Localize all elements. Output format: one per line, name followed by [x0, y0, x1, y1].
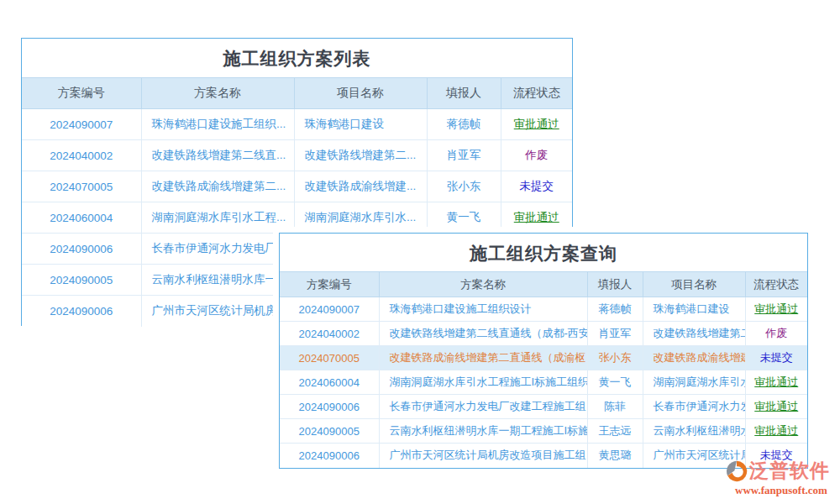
cell-no: 2024090007 [22, 109, 141, 140]
cell-person: 肖亚军 [587, 322, 643, 346]
cell-status: 未提交 [501, 171, 572, 202]
cell-name: 改建铁路成渝线增建第二... [141, 171, 294, 202]
status-void: 作废 [765, 327, 787, 339]
cell-status: 审批通过 [745, 419, 807, 444]
cell-name: 湖南洞庭湖水库引水工程施工I标施工组织 [379, 370, 587, 395]
cell-person: 张小东 [427, 171, 501, 202]
table-row[interactable]: 2024070005改建铁路成渝线增建第二...改建铁路成渝线增建...张小东未… [22, 171, 572, 202]
cell-project: 珠海鹤港口建设 [643, 297, 745, 322]
cell-status: 作废 [501, 140, 572, 171]
status-approved[interactable]: 审批通过 [754, 302, 798, 315]
cell-no: 2024070005 [280, 346, 379, 370]
cell-status: 未提交 [745, 346, 807, 370]
status-approved[interactable]: 审批通过 [514, 118, 559, 130]
cell-name: 珠海鹤港口建设施工组织设计 [379, 297, 587, 322]
table-row[interactable]: 2024040002改建铁路线增建第二线直通线（成都-西安肖亚军改建铁路线增建第… [280, 322, 807, 346]
column-header: 方案名称 [141, 78, 294, 109]
cell-project: 改建铁路线增建第二... [294, 140, 427, 171]
cell-name: 广州市天河区统计局机房... [141, 296, 294, 327]
cell-person: 蒋德帧 [587, 297, 643, 322]
column-header: 流程状态 [501, 78, 572, 109]
cell-person: 张小东 [587, 346, 643, 370]
cell-status: 作废 [745, 322, 807, 346]
vendor-website-url[interactable]: www.fanpusoft.com [726, 484, 837, 497]
cell-no: 2024090006 [22, 296, 141, 327]
cell-name: 改建铁路线增建第二线直通线（成都-西安 [379, 322, 587, 346]
cell-person: 陈菲 [587, 395, 643, 419]
status-unsubmitted: 未提交 [520, 180, 554, 192]
column-header: 方案编号 [22, 78, 141, 109]
cell-status: 审批通过 [745, 297, 807, 322]
column-header: 填报人 [587, 272, 643, 297]
plan-query-panel: 施工组织方案查询 方案编号方案名称填报人项目名称流程状态 2024090007珠… [279, 233, 808, 469]
column-header: 方案名称 [379, 272, 587, 297]
cell-status: 审批通过 [745, 370, 807, 395]
cell-no: 2024090006 [280, 444, 379, 468]
cell-project: 湖南洞庭湖水库引水 [643, 370, 745, 395]
table-row[interactable]: 2024060004湖南洞庭湖水库引水工程...湖南洞庭湖水库引水...黄一飞审… [22, 202, 572, 234]
vendor-branding: 泛普软件 www.fanpusoft.com [726, 458, 837, 497]
cell-name: 云南水利枢纽潜明水库一期工程施工I标施 [379, 419, 587, 444]
fanpu-logo-icon [726, 460, 748, 482]
cell-project: 长春市伊通河水力发 [643, 395, 745, 419]
cell-name: 广州市天河区统计局机房改造项目施工组 [379, 444, 587, 468]
cell-no: 2024090006 [22, 234, 141, 265]
cell-name: 长春市伊通河水力发电厂改建工程施工组 [379, 395, 587, 419]
cell-project: 珠海鹤港口建设 [294, 109, 427, 140]
column-header: 项目名称 [294, 78, 427, 109]
cell-name: 长春市伊通河水力发电厂... [141, 234, 294, 265]
status-unsubmitted: 未提交 [760, 351, 793, 364]
status-approved[interactable]: 审批通过 [754, 424, 798, 437]
column-header: 流程状态 [745, 272, 807, 297]
cell-name: 云南水利枢纽潜明水库一... [141, 265, 294, 296]
table-row[interactable]: 2024090005云南水利枢纽潜明水库一期工程施工I标施王志远云南水利枢纽潜明… [280, 419, 807, 444]
column-header: 填报人 [427, 78, 501, 109]
cell-name: 珠海鹤港口建设施工组织... [141, 109, 294, 140]
cell-no: 2024090005 [22, 265, 141, 296]
plan-list-title: 施工组织方案列表 [22, 39, 572, 77]
cell-person: 黄一飞 [587, 370, 643, 395]
cell-person: 黄思璐 [587, 444, 643, 468]
cell-no: 2024060004 [22, 202, 141, 234]
status-void: 作废 [525, 149, 548, 161]
cell-person: 王志远 [587, 419, 643, 444]
status-approved[interactable]: 审批通过 [754, 400, 798, 412]
status-approved[interactable]: 审批通过 [514, 211, 559, 223]
cell-name: 改建铁路成渝线增建第二直通线（成渝枢 [379, 346, 587, 370]
plan-query-header: 方案编号方案名称填报人项目名称流程状态 [280, 272, 807, 297]
plan-query-title: 施工组织方案查询 [280, 234, 807, 271]
table-row[interactable]: 2024090007珠海鹤港口建设施工组织设计蒋德帧珠海鹤港口建设审批通过 [280, 297, 807, 322]
cell-no: 2024090007 [280, 297, 379, 322]
status-approved[interactable]: 审批通过 [754, 375, 798, 388]
column-header: 项目名称 [643, 272, 745, 297]
cell-no: 2024090006 [280, 395, 379, 419]
cell-status: 审批通过 [745, 395, 807, 419]
table-row[interactable]: 2024070005改建铁路成渝线增建第二直通线（成渝枢张小东改建铁路成渝线增建… [280, 346, 807, 370]
cell-project: 云南水利枢纽潜明水 [643, 419, 745, 444]
cell-no: 2024090005 [280, 419, 379, 444]
cell-person: 黄一飞 [427, 202, 501, 234]
column-header: 方案编号 [280, 272, 379, 297]
table-row[interactable]: 2024040002改建铁路线增建第二线直...改建铁路线增建第二...肖亚军作… [22, 140, 572, 171]
plan-query-table: 方案编号方案名称填报人项目名称流程状态 2024090007珠海鹤港口建设施工组… [280, 271, 807, 468]
cell-project: 改建铁路成渝线增建 [643, 346, 745, 370]
cell-project: 改建铁路成渝线增建... [294, 171, 427, 202]
cell-status: 审批通过 [501, 109, 572, 140]
cell-person: 蒋德帧 [427, 109, 501, 140]
cell-no: 2024070005 [22, 171, 141, 202]
cell-no: 2024040002 [22, 140, 141, 171]
table-row[interactable]: 2024090007珠海鹤港口建设施工组织...珠海鹤港口建设蒋德帧审批通过 [22, 109, 572, 140]
vendor-name: 泛普软件 [749, 458, 830, 484]
cell-project: 湖南洞庭湖水库引水... [294, 202, 427, 234]
table-row[interactable]: 2024090006长春市伊通河水力发电厂改建工程施工组陈菲长春市伊通河水力发审… [280, 395, 807, 419]
cell-no: 2024040002 [280, 322, 379, 346]
cell-status: 审批通过 [501, 202, 572, 234]
plan-list-header: 方案编号方案名称项目名称填报人流程状态 [22, 78, 572, 109]
cell-name: 湖南洞庭湖水库引水工程... [141, 202, 294, 234]
cell-name: 改建铁路线增建第二线直... [141, 140, 294, 171]
cell-no: 2024060004 [280, 370, 379, 395]
table-row[interactable]: 2024060004湖南洞庭湖水库引水工程施工I标施工组织黄一飞湖南洞庭湖水库引… [280, 370, 807, 395]
cell-project: 改建铁路线增建第二 [643, 322, 745, 346]
cell-person: 肖亚军 [427, 140, 501, 171]
